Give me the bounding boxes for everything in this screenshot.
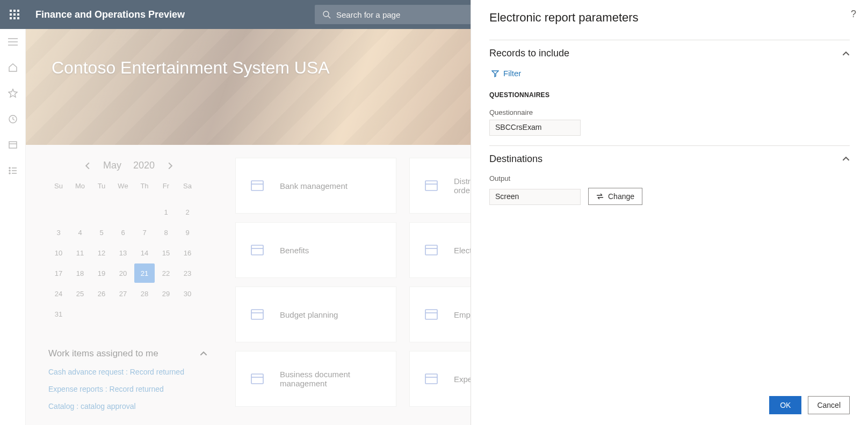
calendar-day [156,304,176,324]
calendar-day[interactable]: 13 [113,243,133,262]
workspace-icon[interactable] [8,140,18,150]
calendar-year: 2020 [133,160,155,171]
svg-rect-6 [9,142,17,148]
calendar-day[interactable]: 28 [134,284,155,303]
calendar-day[interactable]: 17 [48,263,69,283]
workspace-tile[interactable]: Business document management [235,351,396,407]
calendar-day[interactable]: 29 [156,284,176,303]
calendar-day[interactable]: 18 [70,263,90,283]
svg-point-0 [323,11,329,17]
calendar-day[interactable]: 30 [177,284,198,303]
calendar-day[interactable]: 3 [48,223,69,242]
calendar-dow: Sa [177,182,198,201]
calendar-day[interactable]: 25 [70,284,90,303]
cancel-button[interactable]: Cancel [808,396,850,414]
calendar-dow: Mo [70,182,90,201]
svg-point-10 [9,170,10,171]
section-destinations: Destinations Output Screen Change [489,145,850,215]
calendar-day[interactable]: 26 [91,284,112,303]
chevron-up-icon [842,155,850,163]
section-records: Records to include Filter QUESTIONNAIRES… [489,40,850,145]
calendar-day[interactable]: 22 [156,263,176,283]
svg-rect-20 [425,245,437,255]
calendar-day[interactable]: 11 [70,243,90,262]
calendar-day[interactable]: 1 [156,202,176,222]
search-icon [322,10,331,19]
calendar-day [113,202,133,222]
calendar-day[interactable]: 16 [177,243,198,262]
filter-button[interactable]: Filter [491,69,521,78]
calendar-day [177,304,198,324]
calendar-dow: Fr [156,182,176,201]
calendar-day[interactable]: 10 [48,243,69,262]
calendar-day [70,202,90,222]
svg-rect-18 [251,245,263,255]
app-launcher-icon[interactable] [0,0,29,29]
tile-label: Business document management [280,370,383,388]
star-icon[interactable] [8,88,18,99]
calendar-dow: Th [134,182,155,201]
calendar-day[interactable]: 7 [134,223,155,242]
tile-label: Budget planning [280,310,338,319]
help-icon[interactable]: ? [851,9,856,20]
workspace-tile[interactable]: Benefits [235,222,396,278]
output-field[interactable]: Screen [489,189,581,205]
calendar-day [113,304,133,324]
chevron-up-icon [842,50,850,57]
calendar-day[interactable]: 2 [177,202,198,222]
calendar-day[interactable]: 9 [177,223,198,242]
questionnaire-field-label: Questionnaire [489,108,850,116]
workspace-tile[interactable]: Budget planning [235,287,396,342]
calendar-day[interactable]: 4 [70,223,90,242]
calendar-day[interactable]: 6 [113,223,133,242]
calendar-dow: Tu [91,182,112,201]
calendar-day[interactable]: 27 [113,284,133,303]
svg-rect-22 [251,310,263,319]
ok-button[interactable]: OK [769,396,801,414]
calendar-dow: We [113,182,133,201]
workitems-heading[interactable]: Work items assigned to me [48,348,209,359]
svg-rect-26 [251,374,263,384]
section-records-header[interactable]: Records to include [489,48,850,59]
calendar-month: May [103,160,121,171]
change-button[interactable]: Change [588,188,642,205]
workspace-tile[interactable]: Bank management [235,158,396,214]
workitem-link[interactable]: Cash advance request : Record returned [48,368,209,376]
svg-rect-28 [425,374,437,384]
calendar-day[interactable]: 8 [156,223,176,242]
calendar-day [134,304,155,324]
left-rail [0,29,26,425]
tile-label: Bank management [280,181,348,190]
modules-icon[interactable] [8,165,18,176]
chevron-left-icon[interactable] [84,162,91,170]
calendar-day[interactable]: 21 [134,263,155,283]
calendar-day[interactable]: 12 [91,243,112,262]
calendar-day[interactable]: 23 [177,263,198,283]
calendar-dow: Su [48,182,69,201]
workitem-link[interactable]: Expense reports : Record returned [48,385,209,393]
questionnaire-field[interactable]: SBCCrsExam [489,120,581,136]
calendar-day[interactable]: 24 [48,284,69,303]
workitem-link[interactable]: Catalog : catalog approval [48,402,209,411]
calendar-day[interactable]: 5 [91,223,112,242]
tile-label: Benefits [280,246,309,255]
svg-point-8 [9,167,10,168]
svg-line-1 [328,16,330,18]
panel-title: Electronic report parameters [489,11,850,25]
search-placeholder: Search for a page [336,10,400,19]
calendar-grid[interactable]: SuMoTuWeThFrSa12345678910111213141516171… [48,182,209,324]
calendar-day[interactable]: 19 [91,263,112,283]
chevron-right-icon[interactable] [167,162,174,170]
calendar-day [70,304,90,324]
calendar-day[interactable]: 14 [134,243,155,262]
calendar-day [91,304,112,324]
section-destinations-header[interactable]: Destinations [489,153,850,165]
chevron-up-icon [200,350,207,357]
calendar-day[interactable]: 15 [156,243,176,262]
clock-icon[interactable] [8,114,18,124]
hamburger-icon[interactable] [8,36,18,47]
calendar-day[interactable]: 20 [113,263,133,283]
calendar-day[interactable]: 31 [48,304,69,324]
calendar-day [91,202,112,222]
home-icon[interactable] [8,62,18,73]
